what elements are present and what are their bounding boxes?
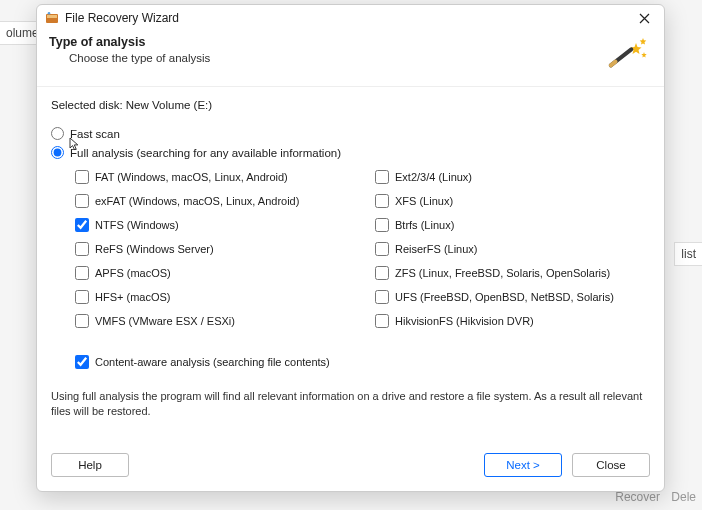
content-aware-row[interactable]: Content-aware analysis (searching file c… — [51, 355, 650, 369]
fs-ufs-checkbox[interactable] — [375, 290, 389, 304]
content-aware-checkbox[interactable] — [75, 355, 89, 369]
wizard-body: Selected disk: New Volume (E:) Fast scan… — [37, 87, 664, 443]
fs-vmfs[interactable]: VMFS (VMware ESX / ESXi) — [75, 314, 375, 328]
wizard-footer: Help Next > Close — [37, 443, 664, 491]
fs-fat-checkbox[interactable] — [75, 170, 89, 184]
window-title: File Recovery Wizard — [65, 11, 632, 25]
fs-ntfs-checkbox[interactable] — [75, 218, 89, 232]
fs-xfs-checkbox[interactable] — [375, 194, 389, 208]
page-subtitle: Choose the type of analysis — [49, 52, 210, 64]
bg-list-fragment: list — [674, 242, 702, 266]
fs-hfsplus-checkbox[interactable] — [75, 290, 89, 304]
fs-reiserfs-checkbox[interactable] — [375, 242, 389, 256]
fs-column-left: FAT (Windows, macOS, Linux, Android) exF… — [75, 165, 375, 333]
titlebar: File Recovery Wizard — [37, 5, 664, 31]
svg-rect-1 — [47, 15, 57, 18]
selected-disk-caption: Selected disk: — [51, 99, 123, 111]
fs-hikvisionfs-label: HikvisionFS (Hikvision DVR) — [395, 315, 534, 327]
fs-ntfs-label: NTFS (Windows) — [95, 219, 179, 231]
fs-exfat-checkbox[interactable] — [75, 194, 89, 208]
bg-bottom-buttons: Recover Dele — [607, 490, 696, 504]
app-icon — [45, 11, 59, 25]
fs-apfs[interactable]: APFS (macOS) — [75, 266, 375, 280]
svg-rect-4 — [608, 59, 618, 68]
fs-xfs[interactable]: XFS (Linux) — [375, 194, 650, 208]
fast-scan-radio-input[interactable] — [51, 127, 64, 140]
fs-vmfs-checkbox[interactable] — [75, 314, 89, 328]
close-icon[interactable] — [632, 6, 656, 30]
selected-disk-label: Selected disk: New Volume (E:) — [51, 99, 650, 111]
fs-zfs[interactable]: ZFS (Linux, FreeBSD, Solaris, OpenSolari… — [375, 266, 650, 280]
fs-exfat[interactable]: exFAT (Windows, macOS, Linux, Android) — [75, 194, 375, 208]
full-analysis-description: Using full analysis the program will fin… — [51, 389, 650, 420]
fs-exfat-label: exFAT (Windows, macOS, Linux, Android) — [95, 195, 299, 207]
fs-ufs[interactable]: UFS (FreeBSD, OpenBSD, NetBSD, Solaris) — [375, 290, 650, 304]
fs-btrfs[interactable]: Btrfs (Linux) — [375, 218, 650, 232]
fs-refs-label: ReFS (Windows Server) — [95, 243, 214, 255]
fs-ntfs[interactable]: NTFS (Windows) — [75, 218, 375, 232]
close-button[interactable]: Close — [572, 453, 650, 477]
fs-fat-label: FAT (Windows, macOS, Linux, Android) — [95, 171, 288, 183]
fs-apfs-checkbox[interactable] — [75, 266, 89, 280]
fs-zfs-label: ZFS (Linux, FreeBSD, Solaris, OpenSolari… — [395, 267, 610, 279]
fs-hikvisionfs[interactable]: HikvisionFS (Hikvision DVR) — [375, 314, 650, 328]
fs-vmfs-label: VMFS (VMware ESX / ESXi) — [95, 315, 235, 327]
fs-hfsplus[interactable]: HFS+ (macOS) — [75, 290, 375, 304]
fs-ext-checkbox[interactable] — [375, 170, 389, 184]
fs-refs[interactable]: ReFS (Windows Server) — [75, 242, 375, 256]
bg-recover-btn: Recover — [615, 490, 660, 504]
fs-ufs-label: UFS (FreeBSD, OpenBSD, NetBSD, Solaris) — [395, 291, 614, 303]
full-analysis-label: Full analysis (searching for any availab… — [70, 147, 341, 159]
full-analysis-radio[interactable]: Full analysis (searching for any availab… — [51, 146, 650, 159]
full-analysis-radio-input[interactable] — [51, 146, 64, 159]
content-aware-label: Content-aware analysis (searching file c… — [95, 356, 330, 368]
fast-scan-label: Fast scan — [70, 128, 120, 140]
fs-hikvisionfs-checkbox[interactable] — [375, 314, 389, 328]
next-button[interactable]: Next > — [484, 453, 562, 477]
fs-apfs-label: APFS (macOS) — [95, 267, 171, 279]
fs-btrfs-checkbox[interactable] — [375, 218, 389, 232]
help-button[interactable]: Help — [51, 453, 129, 477]
fs-zfs-checkbox[interactable] — [375, 266, 389, 280]
fs-hfsplus-label: HFS+ (macOS) — [95, 291, 170, 303]
wand-icon — [606, 35, 648, 76]
wizard-header: Type of analysis Choose the type of anal… — [37, 31, 664, 87]
fs-refs-checkbox[interactable] — [75, 242, 89, 256]
page-title: Type of analysis — [49, 35, 210, 49]
selected-disk-value: New Volume (E:) — [126, 99, 212, 111]
fs-xfs-label: XFS (Linux) — [395, 195, 453, 207]
fs-reiserfs[interactable]: ReiserFS (Linux) — [375, 242, 650, 256]
fast-scan-radio[interactable]: Fast scan — [51, 127, 650, 140]
fs-btrfs-label: Btrfs (Linux) — [395, 219, 454, 231]
file-recovery-wizard-dialog: File Recovery Wizard Type of analysis Ch… — [36, 4, 665, 492]
bg-delete-btn: Dele — [671, 490, 696, 504]
fs-reiserfs-label: ReiserFS (Linux) — [395, 243, 478, 255]
fs-column-right: Ext2/3/4 (Linux) XFS (Linux) Btrfs (Linu… — [375, 165, 650, 333]
fs-fat[interactable]: FAT (Windows, macOS, Linux, Android) — [75, 170, 375, 184]
filesystem-options: FAT (Windows, macOS, Linux, Android) exF… — [51, 165, 650, 333]
svg-point-2 — [48, 12, 51, 15]
fs-ext[interactable]: Ext2/3/4 (Linux) — [375, 170, 650, 184]
fs-ext-label: Ext2/3/4 (Linux) — [395, 171, 472, 183]
